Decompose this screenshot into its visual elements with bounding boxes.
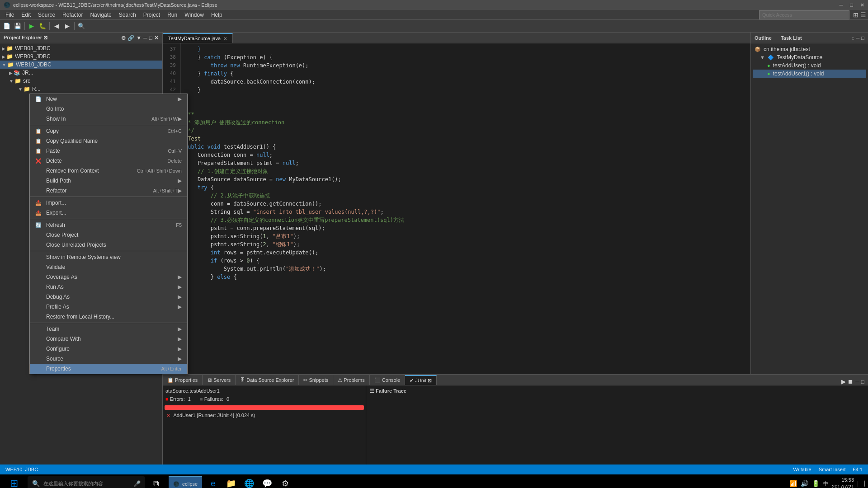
- ctx-export[interactable]: 📤 Export...: [30, 208, 187, 218]
- maximize-view-icon[interactable]: □: [149, 35, 152, 41]
- taskbar-eclipse-button[interactable]: 🌑 eclipse: [169, 476, 202, 488]
- tree-item-web10[interactable]: ▼ 📁 WEB10_JDBC: [0, 61, 162, 69]
- ctx-configure[interactable]: Configure ▶: [30, 344, 187, 354]
- ctx-coverage-as[interactable]: Coverage As ▶: [30, 272, 187, 282]
- taskbar-start-button[interactable]: ⊞: [4, 476, 24, 488]
- ctx-restore-history[interactable]: Restore from Local History...: [30, 312, 187, 322]
- tab-junit[interactable]: ✔ JUnit ⊠: [405, 375, 437, 385]
- menu-project[interactable]: Project: [140, 11, 164, 19]
- menu-source[interactable]: Source: [34, 11, 59, 19]
- taskbar-folder-button[interactable]: 📁: [224, 476, 238, 488]
- menu-refactor[interactable]: Refactor: [59, 11, 86, 19]
- outline-minimize-icon[interactable]: ─: [856, 35, 860, 41]
- collapse-all-icon[interactable]: ⊖: [121, 35, 126, 41]
- run-button[interactable]: ▶: [27, 21, 37, 31]
- ctx-build-path[interactable]: Build Path ▶: [30, 176, 187, 186]
- ctx-copy[interactable]: 📋 Copy Ctrl+C: [30, 126, 187, 136]
- taskbar-settings-button[interactable]: ⚙: [278, 476, 292, 488]
- tree-item-jre[interactable]: ▶ 📚 JR...: [0, 69, 162, 77]
- ctx-remove-context[interactable]: Remove from Context Ctrl+Alt+Shift+Down: [30, 166, 187, 176]
- outline-pkg[interactable]: 📦 cn.itheima.jdbc.test: [753, 45, 866, 53]
- debug-button[interactable]: 🐛: [38, 21, 47, 31]
- junit-test-item[interactable]: ✕ AddUser1 [Runner: JUnit 4] (0.024 s): [165, 412, 364, 419]
- editor-tab-testmydatasource[interactable]: TestMyDataSource.java ✕: [163, 33, 233, 43]
- tray-volume-icon[interactable]: 🔊: [801, 480, 808, 487]
- close-button[interactable]: ✕: [860, 2, 864, 8]
- code-editor[interactable]: } } catch (Exception e) { throw new Runt…: [181, 43, 750, 374]
- tray-lang-indicator[interactable]: 中: [823, 480, 828, 487]
- menu-run[interactable]: Run: [164, 11, 181, 19]
- outline-sort-icon[interactable]: ↕: [852, 35, 854, 41]
- ctx-properties[interactable]: Properties Alt+Enter: [30, 364, 187, 374]
- ctx-team[interactable]: Team ▶: [30, 324, 187, 334]
- minimize-view-icon[interactable]: ─: [143, 35, 147, 41]
- ctx-run-as[interactable]: Run As ▶: [30, 282, 187, 292]
- tab-properties[interactable]: 📋 Properties: [163, 375, 203, 385]
- tree-item-web09[interactable]: ▶ 📁 WEB09_JDBC: [0, 52, 162, 61]
- bottom-toolbar-stop-icon[interactable]: ⏹: [848, 378, 854, 385]
- view-icon[interactable]: ☰: [860, 11, 866, 19]
- ctx-delete[interactable]: ❌ Delete Delete: [30, 156, 187, 166]
- ctx-compare-with[interactable]: Compare With ▶: [30, 334, 187, 344]
- taskbar-search-button[interactable]: 🔍 在这里输入你要搜索的内容 🎤: [28, 476, 145, 488]
- ctx-new[interactable]: 📄 New ▶: [30, 94, 187, 104]
- tab-datasource[interactable]: 🗄 Data Source Explorer: [236, 375, 299, 385]
- taskbar-task-view-button[interactable]: ⧉: [149, 476, 163, 488]
- new-button[interactable]: 📄: [2, 21, 12, 31]
- outline-maximize-icon[interactable]: □: [861, 35, 864, 41]
- ctx-show-in[interactable]: Show In Alt+Shift+W ▶: [30, 114, 187, 124]
- ctx-debug-as[interactable]: Debug As ▶: [30, 292, 187, 302]
- ctx-refactor[interactable]: Refactor Alt+Shift+T ▶: [30, 186, 187, 196]
- ctx-sep-3: [30, 219, 187, 219]
- ctx-source[interactable]: Source ▶: [30, 354, 187, 364]
- forward-button[interactable]: ▶: [62, 21, 72, 31]
- ctx-close-unrelated[interactable]: Close Unrelated Projects: [30, 240, 187, 250]
- system-clock[interactable]: 15:53 2017/7/21: [832, 477, 854, 488]
- ctx-close-project[interactable]: Close Project: [30, 230, 187, 240]
- ctx-copy-qualified-name[interactable]: 📋 Copy Qualified Name: [30, 136, 187, 146]
- ctx-go-into[interactable]: Go Into: [30, 104, 187, 114]
- ctx-validate[interactable]: Validate: [30, 262, 187, 272]
- bottom-toolbar-run-icon[interactable]: ▶: [841, 378, 846, 385]
- link-with-editor-icon[interactable]: 🔗: [127, 35, 134, 41]
- view-menu-icon[interactable]: ▼: [136, 35, 142, 41]
- tab-close-icon[interactable]: ✕: [223, 36, 227, 41]
- close-view-icon[interactable]: ✕: [154, 35, 159, 41]
- tree-item-src[interactable]: ▼ 📁 src: [0, 77, 162, 85]
- quick-access-input[interactable]: [759, 10, 849, 19]
- show-desktop-button[interactable]: ▕: [858, 481, 864, 487]
- tray-battery-icon[interactable]: 🔋: [812, 480, 820, 487]
- menu-search[interactable]: Search: [115, 11, 140, 19]
- tab-servers[interactable]: 🖥 Servers: [203, 375, 236, 385]
- taskbar-wechat-button[interactable]: 💬: [260, 476, 274, 488]
- tab-problems[interactable]: ⚠ Problems: [333, 375, 370, 385]
- ctx-refresh[interactable]: 🔄 Refresh F5: [30, 220, 187, 230]
- menu-navigate[interactable]: Navigate: [86, 11, 115, 19]
- outline-class[interactable]: ▼ 🔷 TestMyDataSource: [753, 53, 866, 61]
- minimize-button[interactable]: ─: [840, 2, 843, 8]
- bottom-toolbar-minimize-icon[interactable]: ─: [855, 379, 859, 385]
- ctx-import[interactable]: 📥 Import...: [30, 198, 187, 208]
- maximize-button[interactable]: □: [850, 2, 853, 8]
- tray-network-icon[interactable]: 📶: [789, 480, 797, 487]
- back-button[interactable]: ◀: [52, 21, 61, 31]
- menu-edit[interactable]: Edit: [18, 11, 34, 19]
- menu-file[interactable]: File: [2, 11, 18, 19]
- perspective-icon[interactable]: ⊞: [853, 11, 859, 19]
- tab-console[interactable]: ⬛ Console: [370, 375, 405, 385]
- taskbar-chrome-button[interactable]: 🌐: [242, 476, 256, 488]
- taskbar-edge-button[interactable]: e: [206, 476, 220, 488]
- menu-window[interactable]: Window: [181, 11, 208, 19]
- tab-snippets[interactable]: ✂ Snippets: [299, 375, 333, 385]
- ctx-show-remote[interactable]: Show in Remote Systems view: [30, 252, 187, 262]
- search-toolbar-button[interactable]: 🔍: [76, 21, 86, 31]
- bottom-toolbar-maximize-icon[interactable]: □: [861, 379, 864, 385]
- menu-help[interactable]: Help: [208, 11, 226, 19]
- save-button[interactable]: 💾: [13, 21, 23, 31]
- outline-method-2[interactable]: ● testAddUser1() : void: [753, 70, 866, 78]
- tree-item-r[interactable]: ▼ 📁 R...: [0, 85, 162, 93]
- ctx-paste[interactable]: 📋 Paste Ctrl+V: [30, 146, 187, 156]
- tree-item-web08[interactable]: ▶ 📁 WEB08_JDBC: [0, 44, 162, 52]
- ctx-profile-as[interactable]: Profile As ▶: [30, 302, 187, 312]
- outline-method-1[interactable]: ● testAddUser() : void: [753, 61, 866, 70]
